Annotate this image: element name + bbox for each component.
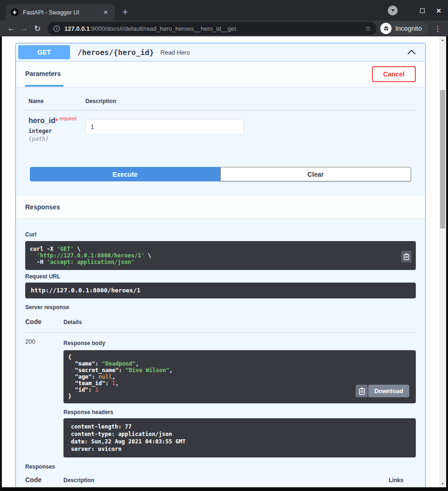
parameter-location: (path) (28, 136, 85, 142)
response-copy-button[interactable] (356, 385, 368, 397)
operation-summary[interactable]: GET /heroes/{hero_id} Read Hero (16, 43, 425, 62)
parameter-type: integer (28, 128, 85, 134)
column-details: Details (63, 319, 82, 325)
reload-button[interactable]: ↻ (31, 22, 44, 35)
maximize-icon (420, 8, 425, 13)
parameter-meta: hero_id*required integer (path) (28, 116, 85, 142)
tab-parameters: Parameters (25, 62, 63, 87)
server-response-label: Server response (25, 304, 416, 311)
chevron-up-icon (407, 49, 416, 55)
back-button[interactable]: ← (5, 22, 18, 35)
parameter-row: hero_id*required integer (path) (25, 111, 416, 142)
incognito-badge: Incognito (379, 22, 428, 35)
url-path: :8000/docs#/default/read_hero_heroes__he… (90, 25, 236, 32)
browser-tab[interactable]: FastAPI - Swagger UI ✕ (6, 4, 115, 21)
maximize-button[interactable] (420, 8, 425, 13)
request-url-label: Request URL (25, 273, 416, 280)
new-tab-button[interactable]: + (122, 7, 128, 17)
execute-button[interactable]: Execute (30, 167, 220, 181)
clear-button[interactable]: Clear (220, 167, 412, 181)
fastapi-favicon (11, 8, 19, 16)
response-headers-label: Response headers (63, 409, 416, 415)
curl-command-block: curl -X 'GET' \ 'http://127.0.0.1:8000/h… (25, 241, 416, 270)
window-border-left (0, 36, 2, 491)
request-url-block: http://127.0.0.1:8000/heroes/1 (25, 283, 416, 298)
parameters-body: Name Description hero_id*required intege… (16, 87, 425, 195)
scrollbar-thumb[interactable] (440, 90, 445, 228)
bookmark-star-icon[interactable]: ☆ (365, 24, 371, 33)
required-star: * (56, 117, 58, 124)
responses-table-head: Code Description Links (25, 476, 416, 487)
window-border-bottom (0, 487, 448, 491)
responses-title: Responses (25, 203, 60, 211)
url-host: 127.0.0.1 (64, 25, 90, 32)
incognito-label: Incognito (395, 25, 422, 32)
required-label: required (59, 116, 77, 121)
column-code: Code (25, 318, 63, 325)
download-button[interactable]: Download (368, 385, 409, 397)
browser-window: FastAPI - Swagger UI ✕ + ✕ ← → ↻ 127.0.0… (0, 0, 448, 491)
parameter-value-cell (85, 116, 244, 142)
chevron-down-icon (391, 9, 395, 12)
column-links: Links (389, 477, 416, 484)
address-bar[interactable]: 127.0.0.1:8000/docs#/default/read_hero_h… (48, 22, 377, 35)
browser-menu-icon[interactable]: ⋮ (432, 24, 443, 33)
responses-body: Curl curl -X 'GET' \ 'http://127.0.0.1:8… (16, 218, 425, 487)
scroll-up-icon[interactable]: ▲ (439, 36, 446, 43)
response-body-block: { "name": "Deadpond", "secret_name": "Di… (63, 350, 416, 403)
info-icon[interactable] (53, 25, 60, 32)
tab-close-icon[interactable]: ✕ (101, 8, 110, 17)
request-url-value: http://127.0.0.1:8000/heroes/1 (31, 287, 410, 294)
response-details: Response body { "name": "Deadpond", "sec… (63, 337, 416, 457)
curl-label: Curl (25, 231, 416, 238)
curl-copy-button[interactable] (401, 251, 412, 263)
clipboard-icon (359, 387, 365, 395)
clipboard-icon (404, 253, 409, 260)
server-response-row: 200 Response body { "name": "Deadpond", … (25, 332, 416, 457)
opblock-get: GET /heroes/{hero_id} Read Hero Paramete… (15, 43, 426, 487)
column-name: Name (28, 98, 85, 104)
tab-strip: FastAPI - Swagger UI ✕ + ✕ (0, 0, 448, 21)
hero-id-input[interactable] (85, 119, 244, 135)
response-headers-block: content-length: 77content-type: applicat… (63, 418, 416, 457)
tab-title: FastAPI - Swagger UI (23, 9, 101, 16)
window-close-button[interactable]: ✕ (436, 7, 441, 14)
window-controls: ✕ (388, 6, 441, 15)
server-response-table-head: Code Details (25, 318, 416, 332)
response-body-label: Response body (63, 340, 416, 346)
status-code: 200 (25, 337, 63, 457)
incognito-icon (380, 23, 392, 34)
window-menu-button[interactable] (388, 6, 398, 15)
window-border-right (446, 36, 448, 491)
column-code: Code (25, 476, 63, 484)
operation-path: /heroes/{hero_id} (77, 48, 154, 57)
operation-description: Read Hero (161, 49, 190, 56)
method-badge: GET (18, 45, 70, 59)
column-description: Description (85, 98, 116, 104)
responses-table-label: Responses (25, 463, 416, 470)
forward-button[interactable]: → (18, 22, 31, 35)
cancel-button[interactable]: Cancel (372, 66, 416, 82)
browser-toolbar: ← → ↻ 127.0.0.1:8000/docs#/default/read_… (0, 21, 448, 36)
responses-section-header: Responses (16, 195, 425, 218)
parameters-header: Parameters Cancel (16, 62, 425, 87)
column-description: Description (63, 477, 389, 484)
parameter-name: hero_id*required (28, 116, 85, 125)
scroll-down-icon[interactable]: ▼ (439, 480, 446, 487)
parameters-table-head: Name Description (25, 87, 416, 111)
page-content: GET /heroes/{hero_id} Read Hero Paramete… (2, 36, 439, 487)
collapse-button[interactable] (407, 49, 416, 55)
execute-row: Execute Clear (30, 167, 411, 181)
url-text: 127.0.0.1:8000/docs#/default/read_hero_h… (64, 25, 236, 32)
scrollbar[interactable]: ▲ ▼ (439, 36, 446, 487)
